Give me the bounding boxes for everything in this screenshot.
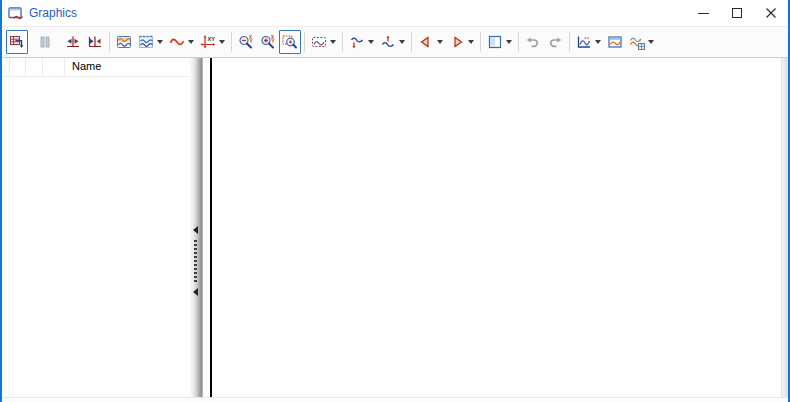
panel-splitter[interactable] xyxy=(189,58,203,402)
toolbar-separator xyxy=(304,32,305,52)
window-bottom-edge xyxy=(2,397,788,402)
maximize-icon xyxy=(732,8,742,18)
export-curve-button[interactable] xyxy=(626,30,657,54)
zoom-in-button[interactable]: X Y xyxy=(257,30,279,54)
curve-shift-down-button[interactable] xyxy=(346,30,377,54)
curve-shift-up-button[interactable] xyxy=(377,30,408,54)
title-bar: Graphics xyxy=(2,0,788,27)
undo-icon xyxy=(525,34,541,50)
background-page-icon xyxy=(487,34,503,50)
toolbar-separator xyxy=(518,32,519,52)
header-column-0[interactable] xyxy=(2,58,10,76)
axis-chart-button[interactable] xyxy=(573,30,604,54)
chart-display-button[interactable] xyxy=(135,30,166,54)
zoom-region-icon xyxy=(282,34,298,50)
header-column-3[interactable] xyxy=(43,58,65,76)
fit-x-axis-icon xyxy=(87,34,103,50)
close-icon xyxy=(765,7,777,19)
curve-list-header: Name xyxy=(2,58,189,77)
fit-chart-button[interactable] xyxy=(113,30,135,54)
toolbar-separator xyxy=(569,32,570,52)
dropdown-caret-icon[interactable] xyxy=(399,40,405,44)
toolbar-separator xyxy=(480,32,481,52)
zoom-region-button[interactable] xyxy=(279,30,301,54)
collapse-left-arrow-icon[interactable] xyxy=(193,288,198,296)
dropdown-caret-icon[interactable] xyxy=(506,40,512,44)
minimize-button[interactable] xyxy=(686,0,720,26)
svg-text:Y: Y xyxy=(272,39,275,44)
dropdown-caret-icon[interactable] xyxy=(188,40,194,44)
graphics-window-icon[interactable] xyxy=(8,6,24,21)
svg-text:Y: Y xyxy=(250,39,253,44)
expand-x-axis-icon xyxy=(65,34,81,50)
dropdown-caret-icon[interactable] xyxy=(595,40,601,44)
svg-text:XY: XY xyxy=(208,36,216,42)
curve-list-rows[interactable] xyxy=(2,77,189,402)
dropdown-caret-icon[interactable] xyxy=(368,40,374,44)
new-plot-window-button[interactable] xyxy=(604,30,626,54)
pause-button xyxy=(34,30,56,54)
curve-list-panel: Name xyxy=(2,58,189,402)
maximize-button[interactable] xyxy=(720,0,754,26)
background-page-button[interactable] xyxy=(484,30,515,54)
toolbar-separator xyxy=(411,32,412,52)
curve-style-icon xyxy=(169,34,185,50)
graphics-window: Graphics xyxy=(0,0,790,402)
dropdown-caret-icon[interactable] xyxy=(468,40,474,44)
content-area: Name xyxy=(2,58,788,402)
dropdown-caret-icon[interactable] xyxy=(219,40,225,44)
plot-area[interactable] xyxy=(212,58,781,402)
splitter-drag-handle[interactable] xyxy=(194,240,197,284)
redo-icon xyxy=(547,34,563,50)
redo-button xyxy=(544,30,566,54)
step-back-icon xyxy=(418,34,434,50)
undo-button xyxy=(522,30,544,54)
toolbar: XY X Y X Y xyxy=(2,27,788,58)
axis-chart-icon xyxy=(576,34,592,50)
header-column-name[interactable]: Name xyxy=(65,58,189,76)
minimize-icon xyxy=(698,13,709,14)
header-column-1[interactable] xyxy=(10,58,26,76)
dropdown-caret-icon[interactable] xyxy=(157,40,163,44)
step-forward-button[interactable] xyxy=(446,30,477,54)
expand-x-axis-button[interactable] xyxy=(62,30,84,54)
curve-shift-up-icon xyxy=(380,34,396,50)
curve-shift-down-icon xyxy=(349,34,365,50)
scale-xy-button[interactable]: XY xyxy=(197,30,228,54)
scale-xy-icon: XY xyxy=(200,34,216,50)
select-region-button[interactable] xyxy=(308,30,339,54)
toolbar-separator xyxy=(231,32,232,52)
export-curve-icon xyxy=(629,34,645,50)
fit-chart-icon xyxy=(116,34,132,50)
step-forward-icon xyxy=(449,34,465,50)
dropdown-caret-icon[interactable] xyxy=(437,40,443,44)
pause-icon xyxy=(37,34,53,50)
zoom-out-xy-icon: X Y xyxy=(238,34,254,50)
new-plot-window-icon xyxy=(607,34,623,50)
toolbar-separator xyxy=(342,32,343,52)
select-region-icon xyxy=(311,34,327,50)
close-button[interactable] xyxy=(754,0,788,26)
right-scroll-gutter xyxy=(781,58,788,402)
panel-gap xyxy=(203,58,210,402)
dropdown-caret-icon[interactable] xyxy=(648,40,654,44)
curve-list-button[interactable] xyxy=(6,30,28,54)
curve-list-icon xyxy=(9,34,25,50)
step-back-button[interactable] xyxy=(415,30,446,54)
chart-display-icon xyxy=(138,34,154,50)
toolbar-separator xyxy=(109,32,110,52)
window-title: Graphics xyxy=(29,6,77,20)
dropdown-caret-icon[interactable] xyxy=(330,40,336,44)
collapse-left-arrow-icon[interactable] xyxy=(193,226,198,234)
fit-x-axis-button[interactable] xyxy=(84,30,106,54)
header-column-2[interactable] xyxy=(26,58,43,76)
zoom-in-xy-icon: X Y xyxy=(260,34,276,50)
zoom-out-button[interactable]: X Y xyxy=(235,30,257,54)
curve-style-button[interactable] xyxy=(166,30,197,54)
